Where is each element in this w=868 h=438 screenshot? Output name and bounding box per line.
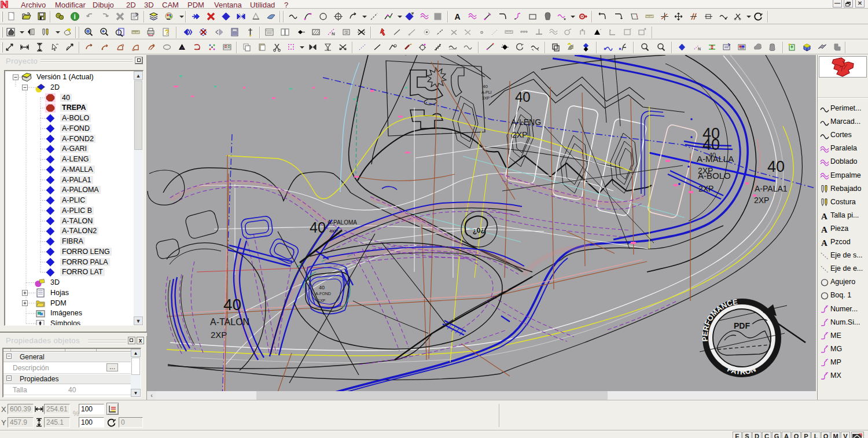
svg-text:2XP: 2XP bbox=[698, 184, 713, 193]
svg-text:2XP: 2XP bbox=[512, 130, 527, 139]
svg-text:A-MALLA: A-MALLA bbox=[697, 154, 734, 164]
svg-text:?: ? bbox=[165, 28, 169, 36]
svg-text:N: N bbox=[332, 31, 335, 36]
svg-text:A: A bbox=[455, 12, 461, 21]
svg-text:1XP: 1XP bbox=[318, 299, 326, 303]
svg-text:2XP: 2XP bbox=[754, 196, 769, 205]
svg-text:PDF: PDF bbox=[734, 321, 750, 330]
svg-text:A: A bbox=[821, 238, 827, 248]
svg-text:40: 40 bbox=[703, 136, 720, 153]
svg-text:A-FOND: A-FOND bbox=[315, 292, 331, 296]
svg-text:i: i bbox=[74, 13, 76, 21]
svg-text:2XP: 2XP bbox=[211, 330, 227, 340]
svg-text:A-TALON: A-TALON bbox=[210, 317, 249, 327]
svg-text:40: 40 bbox=[483, 84, 488, 89]
svg-text:4XP: 4XP bbox=[329, 229, 338, 234]
svg-text:40: 40 bbox=[310, 219, 326, 235]
svg-text:A: A bbox=[821, 225, 827, 234]
svg-text:A-PLI: A-PLI bbox=[481, 90, 492, 94]
svg-text:A-PALA1: A-PALA1 bbox=[755, 184, 788, 193]
svg-text:A-BOLO: A-BOLO bbox=[698, 171, 731, 181]
svg-text:40: 40 bbox=[319, 285, 325, 290]
svg-text:A: A bbox=[821, 212, 827, 221]
svg-text:40: 40 bbox=[515, 89, 531, 105]
svg-text:40: 40 bbox=[223, 296, 241, 314]
svg-text:A-PALOMA: A-PALOMA bbox=[328, 219, 357, 226]
svg-text:¿0¿: ¿0¿ bbox=[472, 226, 485, 235]
svg-text:A-LENG: A-LENG bbox=[511, 117, 541, 127]
svg-text:3XP: 3XP bbox=[482, 96, 490, 100]
svg-text:40: 40 bbox=[767, 158, 785, 175]
svg-text:N: N bbox=[698, 47, 701, 51]
